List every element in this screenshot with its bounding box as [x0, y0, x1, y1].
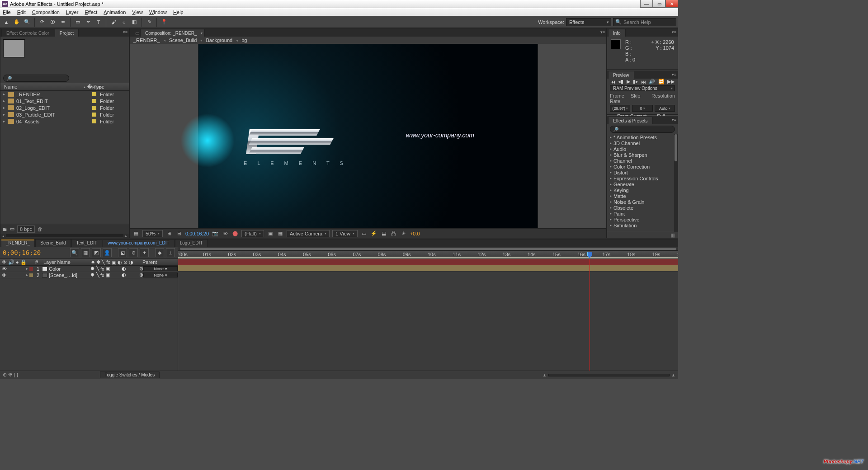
fx-category[interactable]: ▸Keying — [607, 187, 678, 193]
fx-category[interactable]: ▸Paint — [607, 211, 678, 216]
pan-behind-tool[interactable]: ⬌ — [58, 18, 67, 27]
flow-item[interactable]: Background — [206, 38, 232, 43]
clone-tool[interactable]: ⟐ — [119, 18, 128, 27]
rotate-tool[interactable]: ⟳ — [38, 18, 47, 27]
roi-icon[interactable]: ▣ — [267, 230, 274, 237]
fx-category[interactable]: ▸Generate — [607, 181, 678, 187]
draft3d-icon[interactable]: ◩ — [92, 248, 101, 257]
fx-category[interactable]: ▸3D Channel — [607, 140, 678, 146]
menu-file[interactable]: File — [3, 9, 11, 15]
composition-viewer[interactable]: E L E M E N T S www.your-company.com — [130, 44, 606, 228]
pixel-aspect-icon[interactable]: ▭ — [360, 230, 368, 237]
fx-category[interactable]: ▸Simulation — [607, 222, 678, 228]
fx-category[interactable]: ▸Blur & Sharpen — [607, 152, 678, 158]
timeline-tab[interactable]: Text_EDIT — [71, 239, 103, 247]
tab-effects-presets[interactable]: Effects & Presets — [608, 117, 653, 124]
search-help[interactable]: 🔍Search Help — [613, 18, 676, 26]
search-layers-icon[interactable]: 🔍 — [70, 248, 79, 257]
time-ruler[interactable]: :00s01s02s03s04s05s06s07s08s09s10s11s12s… — [178, 251, 678, 259]
mute-button[interactable]: 🔊 — [649, 79, 655, 85]
motion-blur-icon[interactable]: ⊘ — [129, 248, 138, 257]
camera-dropdown[interactable]: Active Camera — [287, 230, 330, 237]
timeline-tracks[interactable] — [178, 259, 678, 371]
project-item[interactable]: ▸01_Text_EDITFolder — [0, 98, 129, 104]
project-item[interactable]: ▸02_Logo_EDITFolder — [0, 104, 129, 111]
fx-category[interactable]: ▸Noise & Grain — [607, 199, 678, 205]
reset-exposure-icon[interactable]: ☀ — [400, 230, 407, 237]
layer-row[interactable]: 👁▸2[Scene_…ld]✸╲fx▣◐⊚None ▾ — [0, 272, 178, 278]
fast-preview-icon[interactable]: ⚡ — [370, 230, 377, 237]
flow-item[interactable]: bg — [241, 38, 247, 43]
timeline-overview[interactable] — [178, 247, 678, 251]
menu-animation[interactable]: Animation — [104, 9, 126, 15]
brainstorm-icon[interactable]: ✦ — [140, 248, 149, 257]
timeline-tab[interactable]: www.your-company.com_EDIT — [103, 239, 175, 247]
transparency-icon[interactable]: ▦ — [277, 230, 284, 237]
zoom-dropdown[interactable]: 50% — [142, 230, 163, 237]
track-layer-2[interactable] — [178, 265, 678, 272]
flow-item[interactable]: Scene_Build — [169, 38, 197, 43]
fx-category[interactable]: ▸* Animation Presets — [607, 134, 678, 140]
selection-tool[interactable]: ▲ — [2, 18, 11, 27]
exposure-value[interactable]: +0.0 — [410, 231, 420, 236]
roto-tool[interactable]: ✎ — [145, 18, 154, 27]
project-columns[interactable]: Name ▴ �ития Type — [0, 83, 129, 91]
channel-icon[interactable]: ⬤ — [231, 230, 239, 237]
brush-tool[interactable]: 🖌 — [109, 18, 118, 27]
loop-button[interactable]: 🔁 — [658, 79, 665, 85]
fx-category[interactable]: ▸Matte — [607, 193, 678, 199]
next-frame-button[interactable]: ▮▸ — [633, 79, 638, 85]
flow-item[interactable]: _RENDER_ — [133, 38, 160, 43]
eraser-tool[interactable]: ◧ — [130, 18, 139, 27]
res-icon[interactable]: ⊞ — [165, 230, 173, 237]
timeline-tab[interactable]: Scene_Build — [35, 239, 71, 247]
views-dropdown[interactable]: 1 View — [332, 230, 358, 237]
panel-menu-icon[interactable]: ▾≡ — [123, 30, 127, 34]
tab-composition[interactable]: Composition: _RENDER_ — [140, 29, 205, 37]
fx-scrollbar[interactable] — [674, 134, 678, 232]
comp-mini-icon[interactable]: ▦ — [81, 248, 90, 257]
trash-icon[interactable]: 🗑 — [38, 226, 42, 232]
fx-category[interactable]: ▸Perspective — [607, 216, 678, 222]
menu-edit[interactable]: Edit — [17, 9, 26, 15]
panel-menu-icon[interactable]: ▾≡ — [600, 30, 605, 34]
hand-tool[interactable]: ✋ — [12, 18, 21, 27]
menu-view[interactable]: View — [132, 9, 143, 15]
text-tool[interactable]: T — [94, 18, 103, 27]
zoom-tool[interactable]: 🔍 — [23, 18, 32, 27]
always-preview-icon[interactable]: ▦ — [132, 230, 140, 237]
puppet-tool[interactable]: 📍 — [160, 18, 169, 27]
graph-editor-icon[interactable]: ⟂ — [166, 248, 175, 257]
flowchart-icon[interactable]: 品 — [390, 230, 397, 237]
menu-composition[interactable]: Composition — [32, 9, 60, 15]
new-folder-icon[interactable]: ▭ — [10, 226, 14, 232]
timeline-timecode[interactable]: 0;00;16;20 — [3, 249, 41, 256]
tl-foot-icons[interactable]: ⊕ ❉ { } — [0, 372, 19, 378]
first-frame-button[interactable]: ⏮ — [610, 79, 615, 85]
fx-category[interactable]: ▸Color Correction — [607, 164, 678, 169]
panel-menu-icon[interactable]: ▾≡ — [672, 72, 676, 77]
timeline-icon[interactable]: ⬓ — [380, 230, 387, 237]
panel-menu-icon[interactable]: ▾≡ — [672, 118, 676, 122]
timeline-zoom[interactable]: ▲▲ — [542, 373, 678, 377]
minimize-button[interactable]: — — [640, 0, 653, 8]
workspace-dropdown[interactable]: Effects — [566, 18, 611, 26]
hide-shy-icon[interactable]: 👤 — [103, 248, 112, 257]
menu-layer[interactable]: Layer — [66, 9, 79, 15]
panel-menu-icon[interactable]: ▾≡ — [672, 30, 676, 34]
timeline-tab[interactable]: Logo_EDIT — [175, 239, 208, 247]
lock-col-icon[interactable]: 🔒 — [20, 259, 27, 265]
last-frame-button[interactable]: ⏭ — [641, 79, 646, 85]
ram-preview-button[interactable]: ▶▶ — [667, 79, 675, 85]
project-item[interactable]: ▸_RENDER_Folder — [0, 91, 129, 98]
project-item[interactable]: ▸03_Particle_EDITFolder — [0, 111, 129, 118]
comp-timecode[interactable]: 0;00;16;20 — [185, 231, 209, 236]
fx-category[interactable]: ▸Expression Controls — [607, 175, 678, 181]
close-button[interactable]: ✕ — [665, 0, 678, 8]
menu-help[interactable]: Help — [173, 9, 184, 15]
timeline-tab[interactable]: _RENDER_ — [1, 239, 35, 247]
grid-icon[interactable]: ⊟ — [175, 230, 183, 237]
parent-dropdown[interactable]: None ▾ — [143, 266, 178, 271]
maximize-button[interactable]: ▭ — [653, 0, 665, 8]
parent-dropdown[interactable]: None ▾ — [143, 273, 178, 277]
